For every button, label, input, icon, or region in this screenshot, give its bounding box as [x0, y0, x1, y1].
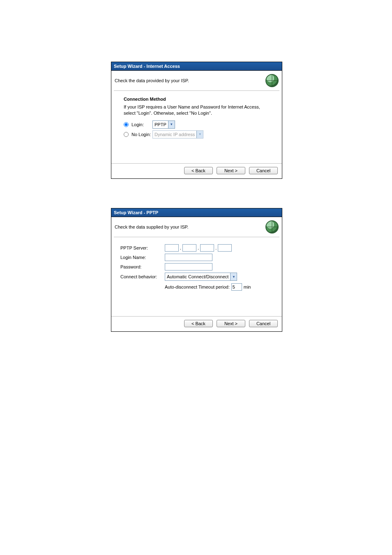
back-button[interactable]: < Back: [184, 167, 213, 174]
dialog-footer: < Back Next > Cancel: [111, 163, 282, 178]
next-button[interactable]: Next >: [217, 167, 245, 174]
dialog-footer: < Back Next > Cancel: [111, 316, 282, 331]
globe-icon: [265, 74, 279, 87]
section-heading: Connection Method: [124, 97, 273, 102]
nologin-select: Dynamic IP address ▼: [152, 130, 203, 139]
pptp-server-octet-2[interactable]: [182, 244, 196, 252]
row-password: Password:: [120, 263, 273, 271]
radio-nologin-label: No Login:: [131, 132, 151, 137]
dialog-content: PPTP Server: . . . Login Name: Password:…: [111, 237, 282, 316]
dialog-subtitle: Check the data provided by your ISP.: [115, 78, 189, 83]
globe-icon: [265, 220, 279, 234]
chevron-down-icon: ▼: [196, 131, 203, 138]
row-nologin: No Login: Dynamic IP address ▼: [124, 130, 273, 139]
ip-dot: .: [180, 245, 181, 250]
timeout-input[interactable]: [231, 283, 242, 291]
connect-behavior-value: Automatic Connect/Disconnect: [167, 274, 228, 279]
radio-login[interactable]: Login:: [124, 122, 152, 127]
label-pptp-server: PPTP Server:: [120, 245, 165, 250]
dialog-content: Connection Method If your ISP requires a…: [111, 91, 282, 163]
connect-behavior-select[interactable]: Automatic Connect/Disconnect ▼: [165, 273, 237, 281]
row-login-name: Login Name:: [120, 254, 273, 261]
nologin-select-value: Dynamic IP address: [154, 132, 195, 137]
timeout-label: Auto-disconnect Timeout period:: [165, 284, 230, 289]
section-description: If your ISP requires a User Name and Pas…: [124, 104, 273, 116]
cancel-button[interactable]: Cancel: [249, 167, 278, 174]
page: Setup Wizard - Internet Access Check the…: [0, 0, 392, 555]
chevron-down-icon: ▼: [230, 273, 237, 280]
back-button[interactable]: < Back: [184, 320, 213, 327]
pptp-server-octet-3[interactable]: [200, 244, 214, 252]
radio-login-label: Login:: [131, 122, 144, 127]
cancel-button[interactable]: Cancel: [249, 320, 278, 327]
ip-dot: .: [198, 245, 199, 250]
dialog-subtitle: Check the data supplied by your ISP.: [115, 224, 189, 229]
row-connect-behavior: Connect behavior: Automatic Connect/Disc…: [120, 273, 273, 281]
label-login-name: Login Name:: [120, 255, 165, 260]
dialog-header: Check the data supplied by your ISP.: [111, 217, 282, 237]
dialog-pptp: Setup Wizard - PPTP Check the data suppl…: [111, 208, 282, 332]
radio-login-input[interactable]: [124, 122, 129, 127]
dialog-title: Setup Wizard - PPTP: [111, 208, 282, 217]
timeout-unit: min: [244, 284, 251, 289]
label-password: Password:: [120, 264, 165, 269]
radio-nologin-input[interactable]: [124, 132, 129, 137]
password-input[interactable]: [165, 263, 212, 271]
login-select-value: PPTP: [154, 122, 166, 127]
pptp-server-octet-1[interactable]: [165, 244, 179, 252]
row-pptp-server: PPTP Server: . . .: [120, 244, 273, 252]
pptp-server-octet-4[interactable]: [218, 244, 232, 252]
radio-nologin[interactable]: No Login:: [124, 132, 152, 137]
dialog-internet-access: Setup Wizard - Internet Access Check the…: [111, 62, 282, 179]
row-timeout: Auto-disconnect Timeout period: min: [165, 283, 273, 291]
chevron-down-icon: ▼: [168, 121, 175, 128]
next-button[interactable]: Next >: [217, 320, 245, 327]
row-login: Login: PPTP ▼: [124, 120, 273, 129]
label-connect-behavior: Connect behavior:: [120, 274, 165, 279]
ip-dot: .: [215, 245, 217, 250]
login-select[interactable]: PPTP ▼: [152, 120, 175, 129]
dialog-title: Setup Wizard - Internet Access: [111, 62, 282, 71]
login-name-input[interactable]: [165, 254, 212, 261]
dialog-header: Check the data provided by your ISP.: [111, 71, 282, 90]
